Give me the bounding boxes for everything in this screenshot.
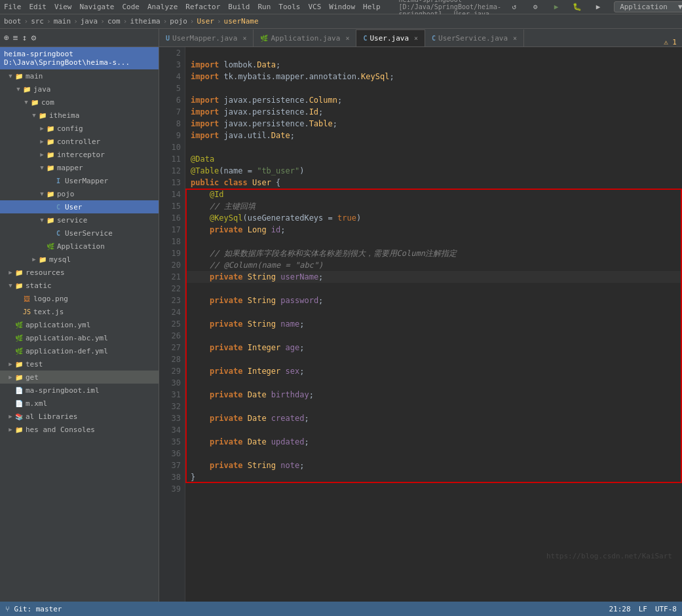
sidebar-item-springbootxml[interactable]: 📄 ma-springboot.iml xyxy=(0,384,159,397)
sidebar-item-controller[interactable]: ▶ 📁 controller xyxy=(0,135,159,148)
sidebar-item-mysql[interactable]: ▶ 📁 mysql xyxy=(0,253,159,266)
menu-item-help[interactable]: Help xyxy=(363,3,381,11)
arrow-appabcyml xyxy=(7,334,14,342)
sidebar-item-static[interactable]: ▼ 📁 static xyxy=(0,279,159,292)
sidebar: ⊕ ≡ ↕ ⚙ heima-springboot D:\Java\SpringB… xyxy=(0,29,159,602)
run-config-button[interactable]: Application ▼ xyxy=(614,1,682,12)
code-line-5 xyxy=(185,82,682,94)
sidebar-item-usermapper[interactable]: I UserMapper xyxy=(0,174,159,187)
sidebar-toolbar-icon-2[interactable]: ≡ xyxy=(13,33,18,43)
breadcrumb-itheima[interactable]: itheima xyxy=(130,17,160,26)
menu-item-run[interactable]: Run xyxy=(257,3,271,11)
debug-icon[interactable]: 🐛 xyxy=(572,2,582,12)
interface-icon-usermapper: I xyxy=(54,176,63,185)
tab-user[interactable]: C User.java × xyxy=(356,29,425,46)
tab-user-close[interactable]: × xyxy=(414,35,418,42)
sidebar-item-appyml[interactable]: 🌿 application.yml xyxy=(0,318,159,331)
sidebar-item-appdefyml[interactable]: 🌿 application-def.yml xyxy=(0,344,159,357)
tab-userservice-close[interactable]: × xyxy=(513,35,517,42)
tab-application-icon: 🌿 xyxy=(260,35,268,42)
menu-bar: File Edit View Navigate Code Analyze Ref… xyxy=(0,0,682,14)
sidebar-item-consoles[interactable]: ▶ 📁 hes and Consoles xyxy=(0,423,159,436)
arrow-com: ▼ xyxy=(22,98,30,106)
label-static: static xyxy=(26,281,52,290)
menu-item-refactor[interactable]: Refactor xyxy=(185,3,220,11)
code-content[interactable]: import lombok.Data;import tk.mybatis.map… xyxy=(185,47,682,602)
sidebar-item-main[interactable]: ▼ 📁 main xyxy=(0,69,159,82)
menu-item-view[interactable]: View xyxy=(54,3,72,11)
sidebar-toolbar-icon-4[interactable]: ⚙ xyxy=(31,33,36,43)
breadcrumb-src[interactable]: src xyxy=(31,17,44,26)
tab-user-label: User.java xyxy=(369,34,409,43)
folder-icon-service: 📁 xyxy=(46,215,55,225)
sidebar-item-mxml[interactable]: 📄 m.xml xyxy=(0,397,159,410)
menu-item-code[interactable]: Code xyxy=(122,3,140,11)
menu-item-window[interactable]: Window xyxy=(329,3,355,11)
sidebar-item-logo[interactable]: 🖼 logo.png xyxy=(0,292,159,305)
label-libraries: al Libraries xyxy=(26,412,77,421)
sidebar-item-libraries[interactable]: ▶ 📚 al Libraries xyxy=(0,410,159,423)
arrow-controller: ▶ xyxy=(38,137,46,145)
sidebar-item-itheima[interactable]: ▼ 📁 itheima xyxy=(0,109,159,122)
menu-item-build[interactable]: Build xyxy=(228,3,250,11)
tab-application[interactable]: 🌿 Application.java × xyxy=(254,29,356,46)
watermark: https://blog.csdn.net/KaiSart xyxy=(546,552,672,560)
sidebar-item-resources[interactable]: ▶ 📁 resources xyxy=(0,266,159,279)
run-icon[interactable]: ▶ xyxy=(551,2,561,12)
sidebar-item-test[interactable]: ▶ 📁 test xyxy=(0,357,159,371)
code-line-17: private Long id; xyxy=(185,224,682,236)
menu-item-tools[interactable]: Tools xyxy=(278,3,300,11)
code-line-33: private Date created; xyxy=(185,412,682,424)
menu-item-edit[interactable]: Edit xyxy=(29,3,47,11)
tab-usermapper-close[interactable]: × xyxy=(242,35,246,42)
menu-item-navigate[interactable]: Navigate xyxy=(80,3,115,11)
file-icon-appdefyml: 🌿 xyxy=(14,346,24,355)
breadcrumb-java[interactable]: java xyxy=(81,17,98,26)
breadcrumb-boot[interactable]: boot xyxy=(4,17,22,26)
arrow-libraries: ▶ xyxy=(7,412,14,420)
arrow-test: ▶ xyxy=(7,360,14,368)
sidebar-item-service[interactable]: ▼ 📁 service xyxy=(0,213,159,226)
menu-item-vcs[interactable]: VCS xyxy=(308,3,321,11)
sidebar-item-interceptor[interactable]: ▶ 📁 interceptor xyxy=(0,148,159,161)
menu-item-file[interactable]: File xyxy=(4,3,22,11)
breadcrumb-user[interactable]: User xyxy=(197,17,214,26)
sidebar-item-config[interactable]: ▶ 📁 config xyxy=(0,122,159,135)
sidebar-item-mapper[interactable]: ▼ 📁 mapper xyxy=(0,161,159,174)
sidebar-item-application[interactable]: 🌿 Application xyxy=(0,240,159,253)
arrow-mapper: ▼ xyxy=(38,164,46,172)
tab-userservice[interactable]: C UserService.java × xyxy=(425,29,524,46)
sidebar-item-java[interactable]: ▼ 📁 java xyxy=(0,82,159,96)
label-interceptor: interceptor xyxy=(57,151,105,159)
tab-application-close[interactable]: × xyxy=(345,35,349,42)
sidebar-item-userservice[interactable]: C UserService xyxy=(0,226,159,240)
sidebar-toolbar-icon-1[interactable]: ⊕ xyxy=(4,33,9,43)
sidebar-item-com[interactable]: ▼ 📁 com xyxy=(0,96,159,109)
folder-icon-com: 📁 xyxy=(30,98,39,107)
breadcrumb-username[interactable]: userName xyxy=(224,17,259,26)
arrow-usermapper xyxy=(46,177,54,185)
toolbar-icons: ↺ ⚙ ▶ 🐛 ▶ xyxy=(509,2,611,12)
sidebar-toolbar-icon-3[interactable]: ↕ xyxy=(22,33,28,43)
sidebar-item-user[interactable]: C User xyxy=(0,200,159,213)
refresh-icon[interactable]: ↺ xyxy=(509,2,520,12)
sidebar-item-textjs[interactable]: JS text.js xyxy=(0,305,159,318)
folder-icon-pojo: 📁 xyxy=(46,189,55,198)
menu-item-analyze[interactable]: Analyze xyxy=(147,3,178,11)
code-line-10 xyxy=(185,141,682,153)
tab-usermapper[interactable]: U UserMapper.java × xyxy=(159,29,254,46)
sidebar-item-appabcyml[interactable]: 🌿 application-abc.yml xyxy=(0,331,159,344)
line-number-35: 35 xyxy=(162,436,181,448)
file-icon-appyml: 🌿 xyxy=(14,320,24,329)
sidebar-item-pojo[interactable]: ▼ 📁 pojo xyxy=(0,187,159,200)
breadcrumb-com[interactable]: com xyxy=(107,17,121,26)
breadcrumb-pojo[interactable]: pojo xyxy=(170,17,187,26)
settings-icon[interactable]: ⚙ xyxy=(530,2,540,12)
coverage-icon[interactable]: ▶ xyxy=(593,2,603,12)
folder-icon-main: 📁 xyxy=(14,71,24,81)
sidebar-item-get[interactable]: ▶ 📁 get xyxy=(0,371,159,384)
folder-icon-resources: 📁 xyxy=(14,268,24,277)
breadcrumb-main[interactable]: main xyxy=(54,17,71,26)
code-editor[interactable]: 2345678910111213141516171819202122232425… xyxy=(159,47,682,602)
line-numbers: 2345678910111213141516171819202122232425… xyxy=(159,47,185,602)
